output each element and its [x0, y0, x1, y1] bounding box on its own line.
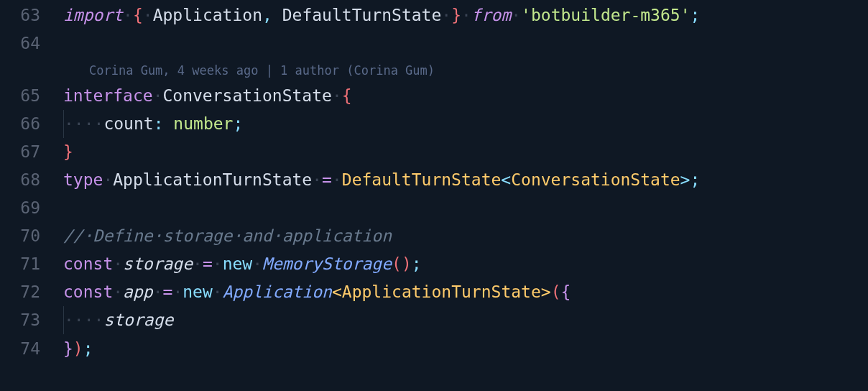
code-line[interactable]: 66 ····count: number; [0, 110, 868, 138]
code-line[interactable]: 63 import·{·Application, DefaultTurnStat… [0, 1, 868, 29]
code-line[interactable]: 74 }); [0, 335, 868, 363]
code-content[interactable]: const·storage·=·new·MemoryStorage(); [63, 250, 422, 278]
code-content[interactable]: const·app·=·new·Application<ApplicationT… [63, 278, 571, 306]
code-line[interactable]: 68 type·ApplicationTurnState·=·DefaultTu… [0, 166, 868, 194]
line-number: 72 [0, 278, 63, 306]
code-content[interactable]: //·Define·storage·and·application [63, 222, 392, 250]
git-blame-annotation: Corina Gum, 4 weeks ago | 1 author (Cori… [63, 58, 868, 82]
code-line[interactable]: 71 const·storage·=·new·MemoryStorage(); [0, 250, 868, 278]
line-number: 74 [0, 335, 63, 363]
line-number: 66 [0, 110, 63, 138]
code-content[interactable]: interface·ConversationState·{ [63, 82, 352, 110]
code-content[interactable]: import·{·Application, DefaultTurnState·}… [63, 1, 700, 29]
line-number: 70 [0, 222, 63, 250]
line-number: 65 [0, 82, 63, 110]
code-content[interactable]: ····count: number; [63, 110, 243, 138]
code-line[interactable]: 69 [0, 194, 868, 222]
code-content[interactable]: }); [63, 335, 93, 363]
line-number: 68 [0, 166, 63, 194]
code-line[interactable]: 64 [0, 29, 868, 58]
code-line[interactable]: 67 } [0, 138, 868, 166]
code-content[interactable]: type·ApplicationTurnState·=·DefaultTurnS… [63, 166, 700, 194]
code-line[interactable]: 72 const·app·=·new·Application<Applicati… [0, 278, 868, 306]
line-number: 73 [0, 306, 63, 334]
code-content[interactable]: ····storage [63, 306, 173, 334]
line-number: 64 [0, 29, 63, 58]
line-number: 71 [0, 250, 63, 278]
line-number: 69 [0, 194, 63, 222]
code-content[interactable]: } [63, 138, 73, 166]
code-editor[interactable]: 63 import·{·Application, DefaultTurnStat… [0, 1, 868, 363]
code-line[interactable]: 65 interface·ConversationState·{ [0, 82, 868, 110]
line-number: 63 [0, 1, 63, 29]
code-line[interactable]: 70 //·Define·storage·and·application [0, 222, 868, 250]
code-line[interactable]: 73 ····storage [0, 306, 868, 334]
line-number: 67 [0, 138, 63, 166]
